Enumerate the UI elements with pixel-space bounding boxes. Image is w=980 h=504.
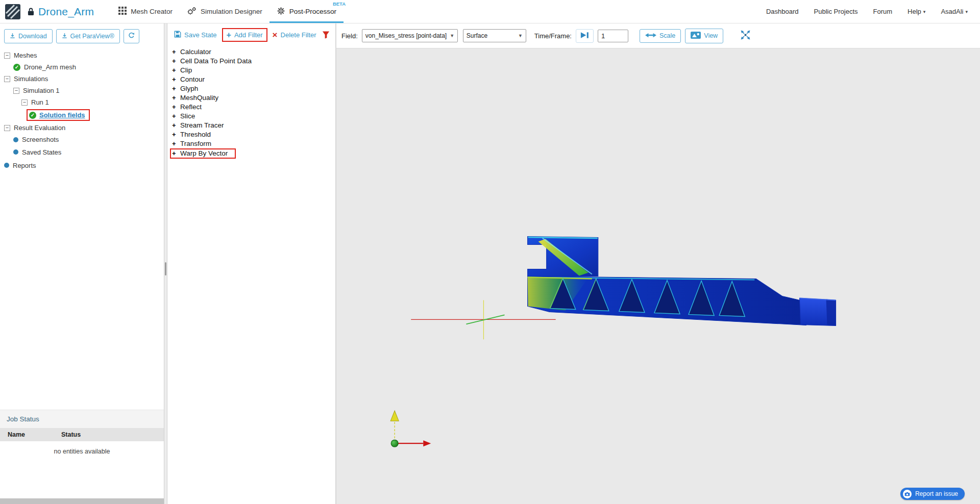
- filter-label: Warp By Vector: [180, 149, 228, 157]
- axis-triad: [390, 411, 431, 447]
- horizontal-scrollbar[interactable]: [0, 498, 164, 504]
- lock-icon: [28, 7, 34, 16]
- filter-item-calculator[interactable]: +Calculator: [172, 47, 335, 56]
- job-status-title: Job Status: [0, 410, 164, 428]
- tree-item-reports[interactable]: Reports: [0, 159, 164, 172]
- time-frame-label: Time/Frame:: [534, 32, 572, 40]
- add-filter-label: Add Filter: [234, 31, 263, 39]
- filter-item-stream-tracer[interactable]: +Stream Tracer: [172, 120, 335, 130]
- plus-icon: +: [172, 103, 177, 111]
- report-issue-label: Report an issue: [915, 490, 958, 497]
- add-filter-button[interactable]: + Add Filter: [223, 29, 266, 41]
- panel-resize-gutter[interactable]: [164, 23, 167, 504]
- mode-tabs: Mesh Creator Simulation Designer Post-Pr…: [111, 0, 344, 23]
- tree-item-drone-arm-mesh[interactable]: ✓ Drone_Arm mesh: [0, 61, 164, 73]
- view-icon: [691, 32, 701, 40]
- field-select-value: von_Mises_stress [point-data]: [365, 32, 447, 39]
- scale-button[interactable]: Scale: [640, 29, 681, 43]
- filter-item-reflect[interactable]: +Reflect: [172, 102, 335, 111]
- check-icon: ✓: [13, 64, 20, 71]
- filter-item-cell-data-to-point-data[interactable]: +Cell Data To Point Data: [172, 56, 335, 65]
- filter-item-contour[interactable]: +Contour: [172, 74, 335, 84]
- scale-arrows-icon: [645, 32, 656, 40]
- highlight-box-add-filter: + Add Filter: [222, 28, 267, 42]
- tree-label: Screenshots: [22, 136, 59, 143]
- representation-value: Surface: [467, 32, 487, 39]
- tree-label: Reports: [13, 162, 36, 169]
- main-area: Download Get ParaView® − Meshes: [0, 23, 980, 504]
- tree-item-simulation-1[interactable]: − Simulation 1: [0, 85, 164, 96]
- resize-handle[interactable]: [165, 262, 166, 275]
- nav-link-public-projects[interactable]: Public Projects: [814, 8, 858, 15]
- tree-item-screenshots[interactable]: Screenshots: [0, 134, 164, 145]
- filter-item-transform[interactable]: +Transform: [172, 139, 335, 148]
- time-frame-input[interactable]: [598, 30, 628, 42]
- tab-simulation-designer[interactable]: Simulation Designer: [180, 0, 270, 23]
- download-button[interactable]: Download: [4, 29, 53, 43]
- filter-item-slice[interactable]: +Slice: [172, 111, 335, 120]
- delete-filter-button[interactable]: × Delete Filter: [269, 29, 320, 41]
- refresh-icon: [128, 32, 135, 40]
- representation-select[interactable]: Surface ▼: [463, 29, 526, 42]
- filter-item-clip[interactable]: +Clip: [172, 65, 335, 74]
- filter-status-icon[interactable]: [322, 31, 330, 39]
- scale-label: Scale: [659, 32, 675, 39]
- report-issue-button[interactable]: Report an issue: [900, 488, 965, 500]
- 3d-viewport[interactable]: Report an issue: [336, 48, 980, 504]
- nav-menu-help[interactable]: Help ▾: [908, 8, 925, 15]
- nav-link-forum[interactable]: Forum: [873, 8, 893, 15]
- tree-item-result-evaluation[interactable]: − Result Evaluation: [0, 122, 164, 134]
- gears-icon: [187, 7, 197, 17]
- dot-icon: [13, 137, 18, 142]
- caret-down-icon: ▾: [923, 9, 926, 14]
- filter-item-glyph[interactable]: +Glyph: [172, 84, 335, 93]
- refresh-button[interactable]: [124, 29, 139, 43]
- tab-post-processor[interactable]: Post-Processor BETA: [270, 0, 344, 23]
- download-icon: [10, 33, 15, 40]
- nav-link-dashboard[interactable]: Dashboard: [766, 8, 799, 15]
- plus-icon: +: [227, 32, 231, 38]
- filter-label: Clip: [180, 66, 192, 74]
- filter-item-meshquality[interactable]: +MeshQuality: [172, 93, 335, 102]
- collapse-icon[interactable]: −: [13, 88, 19, 94]
- collapse-icon[interactable]: −: [4, 76, 10, 82]
- filter-label: Contour: [180, 75, 205, 83]
- nav-menu-user[interactable]: AsadAli ▾: [941, 8, 968, 15]
- plus-icon: +: [172, 85, 177, 92]
- left-toolbar: Download Get ParaView®: [0, 23, 164, 48]
- save-state-button[interactable]: Save State: [170, 29, 220, 41]
- filter-label: Stream Tracer: [180, 121, 224, 129]
- delete-icon: ×: [273, 32, 278, 38]
- tree-item-meshes[interactable]: − Meshes: [0, 49, 164, 61]
- fit-view-button[interactable]: [737, 29, 754, 43]
- filter-label: Transform: [180, 140, 211, 147]
- gear-icon: [277, 7, 285, 17]
- check-icon: ✓: [29, 112, 36, 119]
- field-select[interactable]: von_Mises_stress [point-data] ▼: [362, 29, 458, 42]
- filter-list: +Calculator +Cell Data To Point Data +Cl…: [167, 47, 335, 159]
- filter-label: Glyph: [180, 85, 198, 92]
- play-step-button[interactable]: [576, 29, 594, 43]
- get-paraview-button[interactable]: Get ParaView®: [56, 29, 120, 43]
- collapse-icon[interactable]: −: [4, 53, 10, 59]
- column-header-status: Status: [61, 428, 81, 441]
- collapse-icon[interactable]: −: [21, 99, 28, 106]
- column-header-name: Name: [0, 428, 61, 441]
- dot-icon: [13, 149, 18, 155]
- filter-panel: Save State + Add Filter × Delete Filter: [167, 23, 336, 504]
- tree-item-simulations[interactable]: − Simulations: [0, 73, 164, 85]
- job-status-empty-text: no entities available: [0, 441, 164, 498]
- view-button[interactable]: View: [685, 29, 723, 43]
- tree-label: Result Evaluation: [14, 124, 65, 132]
- collapse-icon[interactable]: −: [4, 125, 10, 131]
- app-window: Drone_Arm Mesh Creator Simulation Design…: [0, 0, 980, 504]
- tab-mesh-creator[interactable]: Mesh Creator: [111, 0, 180, 23]
- solution-fields-link[interactable]: Solution fields: [39, 111, 85, 119]
- dot-icon: [4, 163, 9, 168]
- plus-icon: +: [172, 112, 177, 120]
- tree-item-saved-states[interactable]: Saved States: [0, 145, 164, 159]
- filter-label: MeshQuality: [180, 94, 218, 102]
- filter-item-warp-by-vector[interactable]: + Warp By Vector: [172, 148, 335, 159]
- tree-item-run-1[interactable]: − Run 1: [0, 96, 164, 108]
- filter-item-threshold[interactable]: +Threshold: [172, 130, 335, 139]
